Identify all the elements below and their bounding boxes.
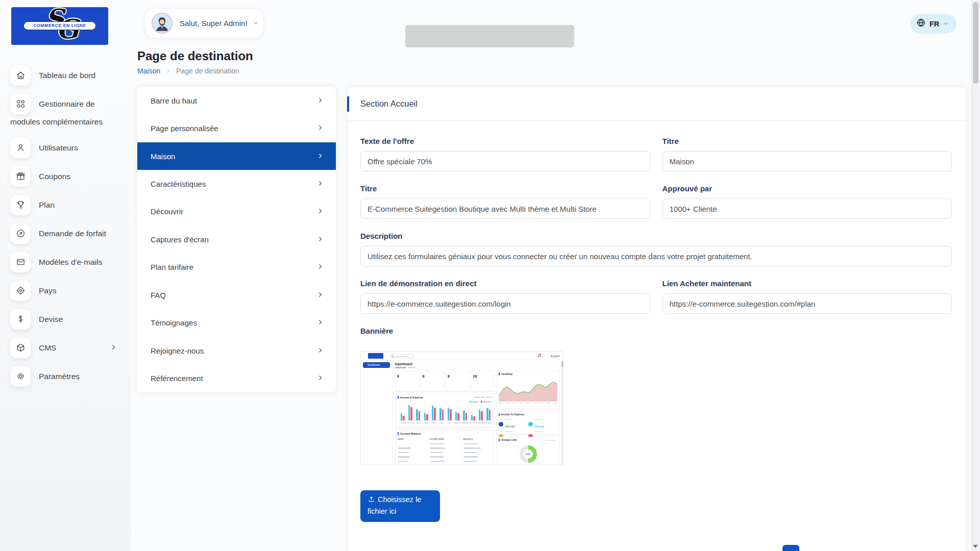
submit-button-partial[interactable] xyxy=(782,545,799,551)
sidebar-item-parametres[interactable]: Paramètres xyxy=(0,362,131,391)
upload-icon xyxy=(368,495,375,503)
sidebar-item-devise[interactable]: Devise xyxy=(0,305,131,334)
bp-storage-donut: 50% xyxy=(520,445,537,463)
bp-ab-cell xyxy=(463,447,492,449)
title-left-input[interactable] xyxy=(360,198,650,219)
bp-ab-cell-skeleton xyxy=(430,456,444,458)
menu-item-temoignages[interactable]: Témoignages xyxy=(137,309,336,337)
sidebar-item-plan[interactable]: Plan xyxy=(0,191,131,219)
menu-item-label: Témoignages xyxy=(151,318,197,327)
bp-bar-expense xyxy=(434,408,436,420)
chevron-right-icon xyxy=(165,67,171,75)
sidebar-item-label: Tableau de bord xyxy=(39,71,95,80)
section-content-card: Section Accueil Texte de l'offre Titre T… xyxy=(347,87,966,551)
bp-topbar: English xyxy=(361,352,563,360)
menu-item-faq[interactable]: FAQ xyxy=(137,281,336,309)
bp-bell-icon xyxy=(538,354,541,357)
bp-ab-column: HOLDER NAME xyxy=(430,438,463,440)
bp-ive-entry: USD 0,00 xyxy=(528,419,558,430)
section-header: Section Accueil xyxy=(348,87,966,121)
bp-month-label: December xyxy=(484,422,492,424)
menu-item-rejoignez-nous[interactable]: Rejoignez-nous xyxy=(137,337,336,364)
menu-item-barre-du-haut[interactable]: Barre du haut xyxy=(137,87,336,114)
user-greeting: Salut, Super Admin! xyxy=(180,19,248,28)
buy-link-input[interactable] xyxy=(663,293,952,314)
trophy-icon xyxy=(10,195,31,215)
description-input[interactable] xyxy=(360,246,952,266)
bp-dashboard-item: Dashboard xyxy=(363,362,390,368)
menu-item-plan-tarifaire[interactable]: Plan tarifaire xyxy=(137,254,336,281)
avatar-illustration xyxy=(153,14,172,33)
approved-by-input[interactable] xyxy=(663,198,952,219)
offer-text-label: Texte de l'offre xyxy=(360,137,650,145)
sidebar-item-label: Modèles d'e-mails xyxy=(39,258,102,266)
bp-ab-cell-skeleton xyxy=(430,447,445,449)
menu-item-referencement[interactable]: Référencement xyxy=(137,364,336,392)
banner-label: Bannière xyxy=(360,327,952,335)
bp-ive-text: USD 0,00 xyxy=(534,419,545,430)
bp-ie-bars xyxy=(400,405,492,421)
bp-stat-card: 18 xyxy=(471,370,495,392)
sidebar-nav: Tableau de bordGestionnaire de modules c… xyxy=(0,61,131,391)
scrollbar-thumb[interactable] xyxy=(973,2,978,84)
chevron-down-icon xyxy=(253,19,259,28)
sidebar-item-cms[interactable]: CMS xyxy=(0,334,131,362)
sidebar-item-gestionnaire-de-modules-complementaires[interactable]: Gestionnaire de modules complémentaires xyxy=(0,90,131,134)
sidebar-item-label: Paramètres xyxy=(39,372,80,381)
chevron-down-icon xyxy=(943,19,949,29)
language-selector[interactable]: FR xyxy=(911,14,957,34)
bp-ab-rows xyxy=(398,443,492,462)
bp-ive-title: Income Vs Expense xyxy=(499,413,557,416)
bp-ab-cell-skeleton xyxy=(398,461,408,462)
sidebar-item-modeles-d-e-mails[interactable]: Modèles d'e-mails xyxy=(0,248,131,277)
page-scrollbar[interactable] xyxy=(971,0,980,551)
sidebar-item-demande-de-forfait[interactable]: Demande de forfait xyxy=(0,219,131,248)
menu-item-page-personnalisee[interactable]: Page personnalisée xyxy=(137,114,336,142)
brand-logo[interactable]: S G COMMERCE EN LIGNE xyxy=(11,7,108,45)
bp-bar-income xyxy=(416,409,418,420)
bp-bar-group xyxy=(415,409,421,420)
breadcrumb-home-link[interactable]: Maison xyxy=(137,67,160,75)
bp-ab-cell-skeleton xyxy=(430,452,443,454)
bp-bar-income xyxy=(448,408,450,420)
bp-ab-cell xyxy=(430,443,463,445)
bp-bar-group xyxy=(431,406,436,420)
bp-ab-row xyxy=(398,447,492,449)
bp-storage-card: Storage Limit 50% xyxy=(496,437,560,466)
choose-file-button[interactable]: Choisissez le fichier ici xyxy=(360,490,440,522)
user-menu-chip[interactable]: Salut, Super Admin! xyxy=(145,8,263,38)
offer-text-input[interactable] xyxy=(360,151,650,171)
bp-ive-label-skeleton xyxy=(505,419,513,420)
title-right-input[interactable] xyxy=(663,151,952,171)
bp-ab-row xyxy=(398,452,492,454)
bp-bar-group xyxy=(462,411,468,420)
bp-cashflow-tick xyxy=(499,403,502,404)
scrollbar-down-arrow[interactable] xyxy=(973,545,978,548)
menu-item-captures-d-ecran[interactable]: Captures d'écran xyxy=(137,226,336,253)
bp-ie-legend: IncomeExpense xyxy=(470,400,491,403)
field-title-left: Titre xyxy=(360,184,650,219)
bp-ab-row xyxy=(398,443,492,445)
chevron-right-icon xyxy=(317,346,324,355)
demo-link-input[interactable] xyxy=(360,293,650,314)
field-demo-link: Lien de démonstration en direct xyxy=(360,279,650,314)
sidebar-item-utilisateurs[interactable]: Utilisateurs xyxy=(0,134,131,162)
sidebar-item-pays[interactable]: Pays xyxy=(0,277,131,305)
menu-item-maison[interactable]: Maison xyxy=(137,142,336,170)
bp-language: English xyxy=(551,355,560,358)
field-approved-by: Approuvé par xyxy=(663,184,952,219)
sidebar-item-coupons[interactable]: Coupons xyxy=(0,162,131,191)
bp-month-label: March xyxy=(415,422,423,424)
chevron-right-icon xyxy=(317,124,324,133)
menu-item-decouvrir[interactable]: Découvrir xyxy=(137,198,336,226)
bp-stat-value: 8 xyxy=(423,374,442,378)
sidebar-item-label: Demande de forfait xyxy=(39,229,106,238)
mail-icon xyxy=(10,252,31,272)
home-icon xyxy=(10,65,31,86)
menu-item-caracteristiques[interactable]: Caractéristiques xyxy=(137,170,336,197)
sidebar-item-tableau-de-bord[interactable]: Tableau de bord xyxy=(0,61,131,90)
bp-month-label: September xyxy=(461,422,469,424)
field-description: Description xyxy=(360,232,952,266)
page-title: Page de destination xyxy=(137,49,253,63)
chevron-right-icon xyxy=(317,263,324,271)
